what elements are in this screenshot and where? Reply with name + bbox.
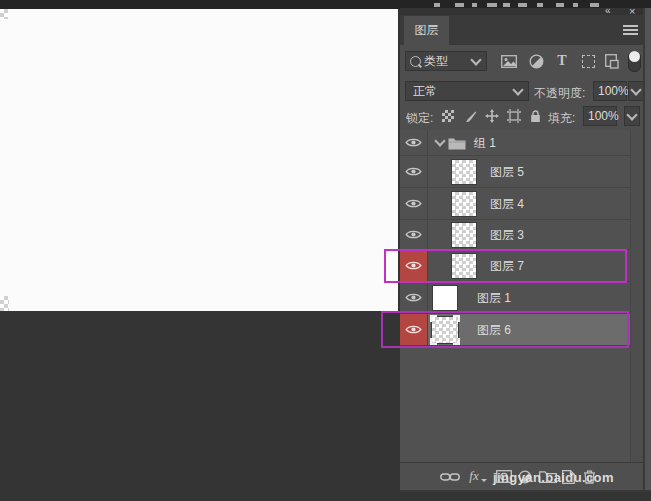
layer-thumbnail[interactable]	[451, 222, 477, 248]
canvas-edge-transparency	[0, 9, 8, 19]
layer-thumbnail[interactable]	[451, 253, 477, 279]
fill-label: 填充:	[548, 110, 575, 127]
layers-panel: « × 图层 类型 T	[400, 8, 651, 492]
chevron-down-icon	[512, 84, 523, 95]
lock-all-icon[interactable]	[527, 108, 543, 124]
cropped-icon	[487, 3, 497, 7]
layer-row-layer-3[interactable]: 图层 3	[400, 220, 630, 250]
layer-row-layer-6[interactable]: 图层 6	[400, 314, 630, 346]
visibility-eye-icon-highlighted[interactable]	[400, 314, 428, 345]
cropped-icon	[590, 3, 599, 7]
filter-pixel-layers-icon[interactable]	[500, 53, 518, 69]
watermark-text: jingyan.baidu.com	[493, 470, 614, 485]
visibility-eye-icon[interactable]	[400, 130, 428, 155]
filter-adjustment-layers-icon[interactable]	[527, 53, 545, 69]
fx-label: fx	[469, 468, 478, 484]
layer-row-layer-1[interactable]: 图层 1	[400, 282, 630, 314]
fill-dropdown-button[interactable]	[624, 106, 640, 126]
blend-mode-dropdown[interactable]: 正常	[405, 81, 529, 101]
layer-style-fx-icon[interactable]: fx	[468, 468, 488, 484]
filter-kind-dropdown[interactable]: 类型	[405, 51, 487, 71]
group-expand-chevron-icon[interactable]	[434, 135, 445, 146]
chevron-down-icon	[626, 109, 637, 120]
cropped-icon	[434, 3, 440, 7]
opacity-value: 100%	[598, 84, 629, 98]
lock-pixels-brush-icon[interactable]	[462, 108, 478, 124]
panel-bottom-edge	[400, 490, 651, 492]
blend-mode-value: 正常	[413, 83, 437, 100]
visibility-eye-icon[interactable]	[400, 282, 428, 313]
layer-name: 图层 3	[490, 226, 524, 243]
lock-transparency-icon[interactable]	[440, 108, 456, 124]
lock-label: 锁定:	[406, 110, 433, 127]
layer-name: 图层 4	[490, 195, 524, 212]
lock-position-icon[interactable]	[484, 108, 500, 124]
fill-value: 100%	[588, 109, 619, 123]
fill-value-field[interactable]: 100%	[583, 106, 617, 126]
tab-layers[interactable]: 图层	[404, 16, 449, 45]
search-icon	[410, 56, 421, 67]
layer-row-layer-4[interactable]: 图层 4	[400, 188, 630, 220]
opacity-label: 不透明度:	[534, 85, 585, 102]
opacity-value-field[interactable]: 100%	[593, 81, 627, 101]
layers-bottom-toolbar: fx jingyan.baidu.com	[400, 462, 643, 491]
layer-row-group-1[interactable]: 组 1	[400, 130, 630, 156]
panel-right-strip	[645, 8, 651, 492]
cropped-icon	[537, 3, 543, 7]
cropped-icon	[472, 3, 477, 7]
visibility-eye-icon[interactable]	[400, 156, 428, 187]
cropped-icon	[503, 3, 510, 7]
layers-list: 组 1 图层 5 图层 4	[400, 130, 630, 462]
panel-title-strip: « ×	[400, 8, 651, 15]
layer-thumbnail[interactable]	[432, 285, 458, 311]
lock-artboard-icon[interactable]	[506, 108, 522, 124]
filter-smart-object-icon[interactable]	[603, 53, 621, 69]
panel-menu-icon[interactable]	[623, 25, 638, 37]
layer-thumbnail[interactable]	[451, 159, 477, 185]
photoshop-workspace: « × 图层 类型 T	[0, 0, 651, 501]
visibility-eye-icon[interactable]	[400, 188, 428, 219]
filter-kind-value: 类型	[424, 53, 448, 70]
layer-name: 图层 1	[477, 289, 511, 306]
panel-tab-bar: 图层	[400, 15, 651, 45]
link-layers-icon[interactable]	[440, 470, 460, 484]
opacity-dropdown-button[interactable]	[628, 81, 644, 101]
document-canvas[interactable]	[0, 9, 398, 311]
cropped-icon	[556, 3, 564, 7]
layer-name: 图层 6	[477, 321, 511, 338]
layer-row-layer-5[interactable]: 图层 5	[400, 156, 630, 188]
chevron-down-icon	[630, 84, 641, 95]
cropped-icon	[518, 3, 527, 7]
folder-icon	[448, 136, 466, 150]
filter-type-layers-icon[interactable]: T	[553, 53, 571, 69]
layer-name: 图层 5	[490, 163, 524, 180]
layer-name: 图层 7	[490, 257, 524, 274]
filtering-toggle[interactable]	[628, 51, 641, 72]
visibility-eye-icon[interactable]	[400, 220, 428, 249]
toggle-knob	[629, 51, 640, 62]
layer-row-layer-7[interactable]: 图层 7	[400, 250, 630, 282]
chevron-down-icon	[470, 54, 481, 65]
active-layer-thumbnail[interactable]	[431, 316, 459, 344]
filter-shape-layers-icon[interactable]	[579, 53, 597, 69]
layer-thumbnail[interactable]	[451, 191, 477, 217]
layers-scroll-gutter[interactable]	[630, 130, 644, 462]
canvas-edge-transparency	[0, 296, 9, 311]
visibility-eye-icon-highlighted[interactable]	[400, 250, 428, 281]
layer-name: 组 1	[474, 134, 496, 151]
cropped-icon	[573, 3, 578, 7]
cropped-icon	[455, 3, 464, 7]
